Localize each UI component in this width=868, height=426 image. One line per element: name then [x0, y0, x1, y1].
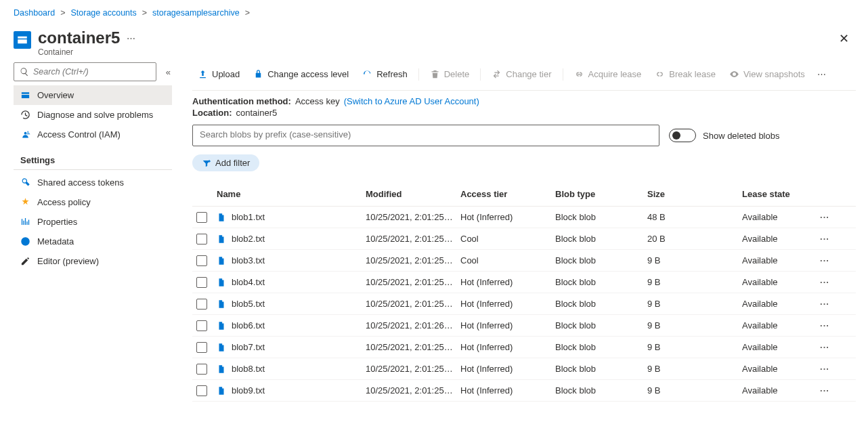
sidebar-item-label: Editor (preview) [37, 256, 99, 266]
col-modified[interactable]: Modified [366, 189, 460, 199]
blob-search[interactable] [192, 125, 659, 146]
nav-icon [20, 110, 30, 120]
file-icon [217, 213, 226, 222]
cell-modified: 10/25/2021, 2:01:25 … [366, 234, 460, 244]
table-row[interactable]: blob7.txt 10/25/2021, 2:01:25 … Hot (Inf… [192, 337, 856, 358]
row-checkbox[interactable] [196, 364, 207, 375]
add-filter-button[interactable]: Add filter [192, 154, 259, 171]
cell-lease: Available [742, 320, 814, 331]
page-title: container5 [38, 28, 120, 47]
row-checkbox[interactable] [196, 234, 207, 244]
cell-tier: Hot (Inferred) [460, 364, 555, 374]
sidebar-item-label: Diagnose and solve problems [37, 110, 153, 120]
search-icon [20, 67, 29, 77]
sidebar-search[interactable] [14, 62, 156, 81]
col-tier[interactable]: Access tier [460, 189, 555, 199]
col-size[interactable]: Size [647, 189, 742, 199]
table-row[interactable]: blob5.txt 10/25/2021, 2:01:25 … Hot (Inf… [192, 293, 856, 315]
row-more-icon[interactable]: ··· [814, 385, 841, 396]
row-checkbox[interactable] [196, 277, 207, 288]
eye-icon [729, 69, 739, 79]
nav-icon [20, 177, 30, 188]
row-checkbox[interactable] [196, 320, 207, 331]
cell-name[interactable]: blob9.txt [217, 385, 366, 396]
show-deleted-label: Show deleted blobs [703, 131, 779, 141]
row-more-icon[interactable]: ··· [814, 342, 841, 352]
change-access-level-button[interactable]: Change access level [248, 66, 354, 82]
cell-modified: 10/25/2021, 2:01:25 … [366, 342, 460, 352]
col-lease[interactable]: Lease state [742, 189, 814, 199]
cell-size: 9 B [647, 299, 742, 309]
cell-name[interactable]: blob2.txt [217, 234, 366, 244]
sidebar-search-input[interactable] [33, 67, 150, 77]
upload-button[interactable]: Upload [192, 66, 245, 82]
table-row[interactable]: blob3.txt 10/25/2021, 2:01:25 … Cool Blo… [192, 250, 856, 272]
file-icon [217, 343, 226, 352]
blob-search-input[interactable] [200, 129, 652, 140]
table-row[interactable]: blob2.txt 10/25/2021, 2:01:25 … Cool Blo… [192, 228, 856, 250]
sidebar-item[interactable]: Metadata [14, 232, 172, 251]
cell-name[interactable]: blob7.txt [217, 342, 366, 352]
sidebar-item[interactable]: Shared access tokens [14, 173, 172, 192]
row-checkbox[interactable] [196, 385, 207, 396]
delete-button: Delete [425, 66, 475, 82]
cell-modified: 10/25/2021, 2:01:25 … [366, 299, 460, 309]
cell-name[interactable]: blob8.txt [217, 364, 366, 374]
refresh-button[interactable]: Refresh [357, 66, 413, 82]
cell-name[interactable]: blob4.txt [217, 277, 366, 287]
cell-modified: 10/25/2021, 2:01:25 … [366, 212, 460, 222]
sidebar-item[interactable]: Diagnose and solve problems [14, 105, 172, 125]
refresh-icon [362, 69, 372, 79]
cell-tier: Hot (Inferred) [460, 212, 555, 222]
table-row[interactable]: blob8.txt 10/25/2021, 2:01:25 … Hot (Inf… [192, 358, 856, 380]
file-icon [217, 321, 226, 331]
sidebar-item[interactable]: Access Control (IAM) [14, 125, 172, 144]
breadcrumb-link[interactable]: Storage accounts [70, 8, 136, 18]
row-more-icon[interactable]: ··· [814, 277, 841, 287]
table-row[interactable]: blob9.txt 10/25/2021, 2:01:25 … Hot (Inf… [192, 380, 856, 402]
close-button[interactable]: ✕ [833, 28, 854, 49]
cell-name[interactable]: blob5.txt [217, 299, 366, 309]
table-header: Name Modified Access tier Blob type Size… [192, 182, 856, 207]
sidebar-item-label: Shared access tokens [37, 177, 124, 188]
row-more-icon[interactable]: ··· [814, 255, 841, 265]
sidebar-item-label: Access policy [37, 197, 91, 207]
sidebar-item[interactable]: Editor (preview) [14, 251, 172, 271]
breadcrumb-link[interactable]: Dashboard [14, 8, 55, 18]
row-checkbox[interactable] [196, 255, 207, 266]
cell-lease: Available [742, 212, 814, 222]
toolbar-more-icon[interactable]: ⋯ [813, 66, 830, 82]
col-type[interactable]: Blob type [555, 189, 647, 199]
sidebar-item-label: Properties [37, 217, 77, 227]
sidebar-item[interactable]: Access policy [14, 192, 172, 212]
cell-name[interactable]: blob6.txt [217, 320, 366, 331]
cell-name[interactable]: blob3.txt [217, 255, 366, 265]
breadcrumb-link[interactable]: storagesamplesarchive [152, 8, 240, 18]
sidebar-item[interactable]: Overview [14, 85, 172, 105]
table-row[interactable]: blob4.txt 10/25/2021, 2:01:25 … Hot (Inf… [192, 272, 856, 293]
file-icon [217, 278, 226, 287]
row-more-icon[interactable]: ··· [814, 364, 841, 374]
page-subtitle: Container [38, 47, 135, 57]
cell-lease: Available [742, 277, 814, 287]
row-checkbox[interactable] [196, 299, 207, 310]
row-checkbox[interactable] [196, 212, 207, 223]
title-more-icon[interactable]: ⋯ [127, 33, 135, 43]
cell-type: Block blob [555, 277, 647, 287]
show-deleted-toggle[interactable] [669, 129, 696, 142]
cell-tier: Hot (Inferred) [460, 385, 555, 396]
row-more-icon[interactable]: ··· [814, 212, 841, 222]
col-name[interactable]: Name [217, 189, 366, 199]
table-row[interactable]: blob1.txt 10/25/2021, 2:01:25 … Hot (Inf… [192, 207, 856, 228]
row-more-icon[interactable]: ··· [814, 320, 841, 331]
row-more-icon[interactable]: ··· [814, 234, 841, 244]
auth-switch-link[interactable]: (Switch to Azure AD User Account) [344, 96, 479, 106]
row-checkbox[interactable] [196, 342, 207, 353]
collapse-sidebar-icon[interactable]: « [165, 64, 172, 80]
sidebar-item[interactable]: Properties [14, 212, 172, 232]
cell-lease: Available [742, 342, 814, 352]
table-row[interactable]: blob6.txt 10/25/2021, 2:01:26 … Hot (Inf… [192, 315, 856, 337]
cell-tier: Cool [460, 255, 555, 265]
row-more-icon[interactable]: ··· [814, 299, 841, 309]
cell-name[interactable]: blob1.txt [217, 212, 366, 222]
